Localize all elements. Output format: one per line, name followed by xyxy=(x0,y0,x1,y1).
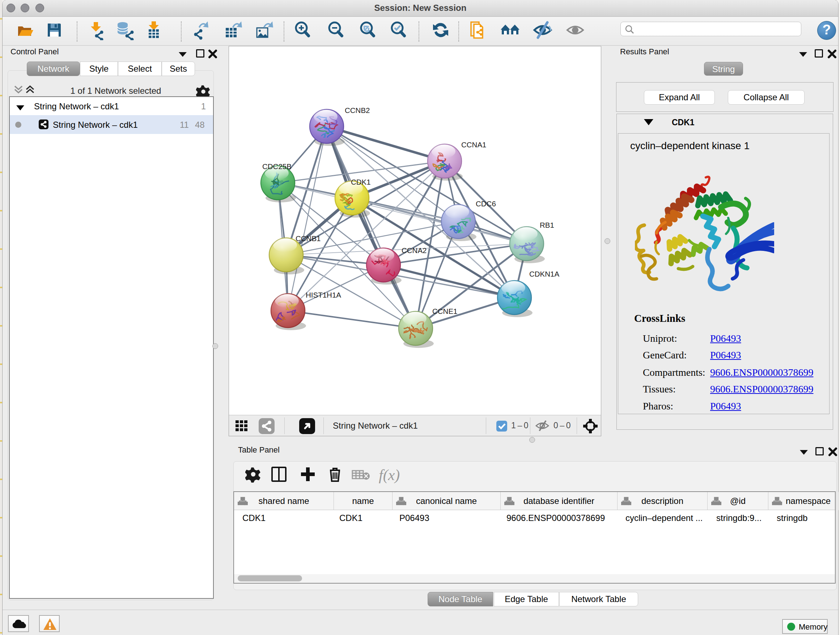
svg-text:CCNB1: CCNB1 xyxy=(295,234,321,242)
svg-text:CDC25B: CDC25B xyxy=(262,162,292,171)
svg-text:CCNA1: CCNA1 xyxy=(461,141,486,149)
svg-text:CDC6: CDC6 xyxy=(476,200,496,208)
svg-text:CDK1: CDK1 xyxy=(351,178,371,186)
svg-text:HIST1H1A: HIST1H1A xyxy=(306,291,341,299)
svg-text:RB1: RB1 xyxy=(540,221,554,229)
svg-text:CCNB2: CCNB2 xyxy=(345,106,370,114)
svg-text:CDKN1A: CDKN1A xyxy=(529,270,559,278)
svg-text:CCNA2: CCNA2 xyxy=(401,246,427,255)
svg-text:CCNE1: CCNE1 xyxy=(432,307,458,315)
